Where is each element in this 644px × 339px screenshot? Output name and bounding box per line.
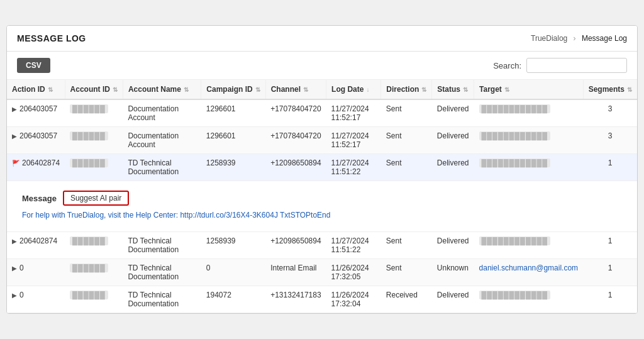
cell-account-id: ██████ bbox=[65, 127, 123, 154]
cell-segments: 3 bbox=[583, 99, 637, 127]
cell-segments: 1 bbox=[583, 286, 637, 313]
cell-status: Delivered bbox=[432, 154, 474, 181]
col-header-segments: Segments⇅ bbox=[583, 80, 637, 99]
cell-log-date: 11/27/2024 11:52:17 bbox=[326, 127, 381, 154]
table-row: ▶ 206403057 ██████ Documentation Account… bbox=[7, 99, 637, 127]
cell-action-id: ▶ 206402874 bbox=[7, 232, 65, 259]
expand-icon[interactable]: ▶ bbox=[12, 106, 17, 113]
cell-segments: 1 bbox=[583, 259, 637, 286]
cell-account-name: TD Technical Documentation bbox=[123, 286, 201, 313]
cell-campaign-id: 1258939 bbox=[201, 154, 265, 181]
cell-direction: Sent bbox=[381, 127, 432, 154]
cell-log-date: 11/26/2024 17:32:05 bbox=[326, 259, 381, 286]
cell-account-id: ██████ bbox=[65, 154, 123, 181]
cell-segments: 3 bbox=[583, 127, 637, 154]
cell-campaign-id: 1296601 bbox=[201, 99, 265, 127]
cell-account-name: TD Technical Documentation bbox=[123, 154, 201, 181]
col-header-status: Status⇅ bbox=[432, 80, 474, 99]
main-window: MESSAGE LOG TrueDialog › Message Log CSV… bbox=[6, 25, 638, 314]
toolbar: CSV Search: bbox=[7, 52, 637, 80]
message-label: Message bbox=[22, 194, 57, 203]
cell-action-id: ▶ 206403057 bbox=[7, 127, 65, 154]
expand-icon[interactable]: ▶ bbox=[12, 238, 17, 245]
cell-status: Delivered bbox=[432, 232, 474, 259]
breadcrumb-separator: › bbox=[574, 34, 576, 43]
search-input[interactable] bbox=[526, 58, 627, 73]
csv-button[interactable]: CSV bbox=[17, 58, 50, 73]
col-header-campaign-id: Campaign ID⇅ bbox=[201, 80, 265, 99]
table-row: ▶ 0 ██████ TD Technical Documentation 19… bbox=[7, 286, 637, 313]
table-header-row: Action ID⇅ Account ID⇅ Account Name⇅ Cam… bbox=[7, 80, 637, 99]
cell-log-date: 11/27/2024 11:52:17 bbox=[326, 99, 381, 127]
cell-account-id: ██████ bbox=[65, 99, 123, 127]
cell-action-id: 🚩 206402874 bbox=[7, 154, 65, 181]
table-row: ▶ 0 ██████ TD Technical Documentation 0 … bbox=[7, 259, 637, 286]
search-label: Search: bbox=[493, 61, 521, 70]
cell-account-name: TD Technical Documentation bbox=[123, 232, 201, 259]
cell-channel: +12098650894 bbox=[265, 232, 326, 259]
cell-campaign-id: 0 bbox=[201, 259, 265, 286]
cell-direction: Received bbox=[381, 286, 432, 313]
cell-status: Delivered bbox=[432, 286, 474, 313]
cell-status: Delivered bbox=[432, 127, 474, 154]
cell-channel: +13132417183 bbox=[265, 286, 326, 313]
col-header-log-date: Log Date↓ bbox=[326, 80, 381, 99]
cell-campaign-id: 194072 bbox=[201, 286, 265, 313]
flag-icon[interactable]: 🚩 bbox=[12, 160, 19, 167]
breadcrumb-parent: TrueDialog bbox=[531, 34, 567, 43]
cell-channel: +17078404720 bbox=[265, 99, 326, 127]
cell-direction: Sent bbox=[381, 232, 432, 259]
cell-log-date: 11/26/2024 17:32:04 bbox=[326, 286, 381, 313]
cell-account-name: TD Technical Documentation bbox=[123, 259, 201, 286]
cell-action-id: ▶ 0 bbox=[7, 259, 65, 286]
search-area: Search: bbox=[493, 58, 627, 73]
cell-direction: Sent bbox=[381, 259, 432, 286]
expand-icon[interactable]: ▶ bbox=[12, 133, 17, 140]
cell-action-id: ▶ 0 bbox=[7, 286, 65, 313]
cell-account-name: Documentation Account bbox=[123, 99, 201, 127]
col-header-target: Target⇅ bbox=[474, 80, 584, 99]
cell-target: ████████████ bbox=[474, 154, 584, 181]
cell-account-id: ██████ bbox=[65, 232, 123, 259]
cell-target: daniel.schumann@gmail.com bbox=[474, 259, 584, 286]
cell-log-date: 11/27/2024 11:51:22 bbox=[326, 154, 381, 181]
cell-segments: 1 bbox=[583, 232, 637, 259]
col-header-account-id: Account ID⇅ bbox=[65, 80, 123, 99]
message-text: For help with TrueDialog, visit the Help… bbox=[22, 211, 622, 220]
title-bar: MESSAGE LOG TrueDialog › Message Log bbox=[7, 26, 637, 52]
expanded-content-cell: Message Suggest AI pair For help with Tr… bbox=[7, 181, 637, 232]
cell-account-id: ██████ bbox=[65, 286, 123, 313]
cell-segments: 1 bbox=[583, 154, 637, 181]
cell-target: ████████████ bbox=[474, 99, 584, 127]
col-header-account-name: Account Name⇅ bbox=[123, 80, 201, 99]
page-title: MESSAGE LOG bbox=[17, 33, 86, 43]
cell-target: ████████████ bbox=[474, 127, 584, 154]
cell-account-id: ██████ bbox=[65, 259, 123, 286]
cell-target: ████████████ bbox=[474, 232, 584, 259]
table-row: ▶ 206402874 ██████ TD Technical Document… bbox=[7, 232, 637, 259]
expand-icon[interactable]: ▶ bbox=[12, 292, 17, 299]
cell-channel: +12098650894 bbox=[265, 154, 326, 181]
cell-target: ████████████ bbox=[474, 286, 584, 313]
cell-channel: Internal Email bbox=[265, 259, 326, 286]
cell-status: Unknown bbox=[432, 259, 474, 286]
cell-status: Delivered bbox=[432, 99, 474, 127]
col-header-channel: Channel⇅ bbox=[265, 80, 326, 99]
cell-log-date: 11/27/2024 11:51:22 bbox=[326, 232, 381, 259]
breadcrumb-current: Message Log bbox=[582, 34, 627, 43]
cell-account-name: Documentation Account bbox=[123, 127, 201, 154]
table-row: 🚩 206402874 ██████ TD Technical Document… bbox=[7, 154, 637, 181]
suggest-ai-button[interactable]: Suggest AI pair bbox=[63, 191, 129, 206]
cell-channel: +17078404720 bbox=[265, 127, 326, 154]
expand-icon[interactable]: ▶ bbox=[12, 265, 17, 272]
cell-campaign-id: 1296601 bbox=[201, 127, 265, 154]
cell-campaign-id: 1258939 bbox=[201, 232, 265, 259]
expanded-content-row: Message Suggest AI pair For help with Tr… bbox=[7, 181, 637, 232]
col-header-action-id: Action ID⇅ bbox=[7, 80, 65, 99]
breadcrumb: TrueDialog › Message Log bbox=[531, 34, 627, 43]
cell-direction: Sent bbox=[381, 99, 432, 127]
table-row: ▶ 206403057 ██████ Documentation Account… bbox=[7, 127, 637, 154]
col-header-direction: Direction⇅ bbox=[381, 80, 432, 99]
cell-direction: Sent bbox=[381, 154, 432, 181]
cell-action-id: ▶ 206403057 bbox=[7, 99, 65, 127]
